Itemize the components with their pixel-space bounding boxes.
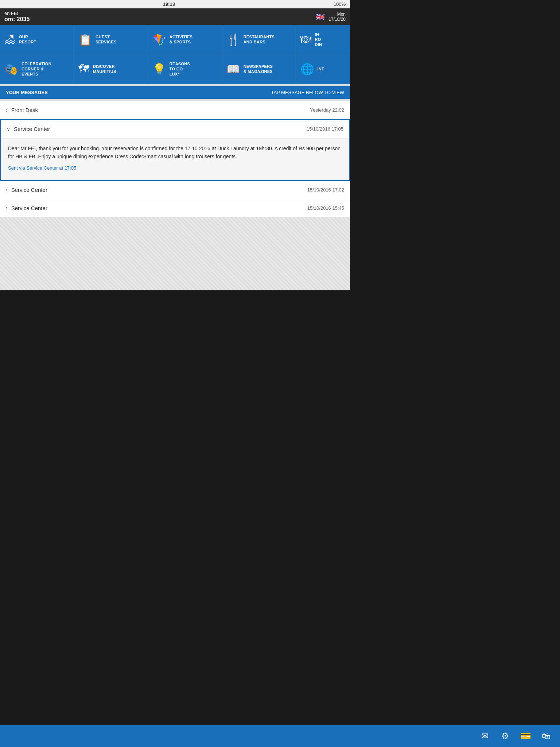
nav-restaurants-label: RESTAURANTSAND BARS [244, 34, 275, 45]
status-time: 19:13 [163, 1, 175, 7]
restaurants-icon: 🍴 [226, 33, 240, 46]
nav-row-2: 🎭 CELEBRATIONCORNER &EVENTS 🗺 DISCOVERMA… [0, 54, 350, 84]
messages-list: › Front Desk Yesterday 22:02 ∨ Service C… [0, 101, 350, 217]
reasons-icon: 💡 [152, 63, 166, 76]
nav-dining-label: IN-RODIN [315, 32, 322, 47]
discover-icon: 🗺 [78, 63, 89, 75]
nav-celebration[interactable]: 🎭 CELEBRATIONCORNER &EVENTS [0, 54, 74, 84]
nav-restaurants[interactable]: 🍴 RESTAURANTSAND BARS [222, 25, 296, 54]
room-number: om: 2035 [4, 16, 30, 23]
message-sender-service-center: Service Center [14, 126, 50, 132]
resort-icon: 🏖 [4, 33, 15, 46]
nav-celebration-label: CELEBRATIONCORNER &EVENTS [22, 61, 51, 77]
message-arrow-front-desk: › [6, 107, 8, 113]
nav-guest-services[interactable]: 📋 GUESTSERVICES [74, 25, 148, 54]
message-row-service-center-2[interactable]: › Service Center 15/10/2016 17:02 [0, 181, 350, 199]
nav-activities[interactable]: 🪁 ACTIVITIES& SPORTS [148, 25, 222, 54]
message-time-service-center-3: 15/10/2016 15:45 [307, 205, 344, 211]
header-date: 17/10/20 [328, 17, 346, 22]
nav-internet-label: INT [318, 66, 324, 71]
guest-name: en FEI [4, 11, 30, 16]
message-row-service-center-3[interactable]: › Service Center 15/10/2016 15:45 [0, 199, 350, 217]
guest-services-icon: 📋 [78, 33, 92, 46]
header-bar: en FEI om: 2035 🇬🇧 Mon 17/10/20 [0, 8, 350, 25]
empty-content-area [0, 217, 350, 290]
celebration-icon: 🎭 [4, 63, 18, 76]
message-service-center-3-left: › Service Center [6, 205, 47, 211]
nav-newspapers[interactable]: 📖 NEWSPAPERS& MAGAZINES [222, 54, 296, 84]
status-bar: 19:13 100% [0, 0, 350, 8]
battery-label: 100% [334, 1, 346, 7]
message-row-front-desk[interactable]: › Front Desk Yesterday 22:02 [0, 101, 350, 119]
messages-hint: Tap message below to view [271, 90, 344, 95]
messages-header: YOUR MESSAGES Tap message below to view [0, 86, 350, 99]
activities-icon: 🪁 [152, 33, 166, 46]
message-sender-service-center-2: Service Center [11, 187, 47, 193]
header-guest-info: en FEI om: 2035 [4, 11, 30, 23]
header-right-section: 🇬🇧 Mon 17/10/20 [315, 12, 346, 22]
dining-icon: 🍽 [300, 33, 311, 46]
message-time-service-center-2: 15/10/2016 17:02 [307, 187, 344, 193]
message-arrow-service-center-2: › [6, 187, 8, 193]
nav-internet[interactable]: 🌐 INT [296, 54, 350, 84]
nav-guest-services-label: GUESTSERVICES [96, 34, 117, 45]
header-day: Mon [337, 12, 346, 17]
nav-discover-label: DISCOVERMAURITIUS [93, 64, 116, 74]
message-time-service-center: 15/10/2016 17:05 [307, 126, 343, 132]
nav-row-1: 🏖 OURRESORT 📋 GUESTSERVICES 🪁 ACTIVITIES… [0, 25, 350, 54]
status-right: 100% [334, 1, 346, 7]
internet-icon: 🌐 [300, 63, 314, 76]
message-sent-by: Sent via Service Center at 17:05 [8, 165, 342, 172]
newspapers-icon: 📖 [226, 63, 240, 76]
flag-icon: 🇬🇧 [315, 13, 326, 20]
navigation-grid: 🏖 OURRESORT 📋 GUESTSERVICES 🪁 ACTIVITIES… [0, 25, 350, 84]
message-expanded-service-center: ∨ Service Center 15/10/2016 17:05 Dear M… [0, 119, 350, 181]
message-service-center-left: ∨ Service Center [7, 126, 50, 132]
message-arrow-service-center: ∨ [7, 126, 10, 132]
nav-our-resort-label: OURRESORT [19, 34, 36, 45]
message-arrow-service-center-3: › [6, 205, 8, 211]
nav-our-resort[interactable]: 🏖 OURRESORT [0, 25, 74, 54]
message-sender-front-desk: Front Desk [11, 107, 38, 113]
messages-title: YOUR MESSAGES [6, 90, 48, 95]
message-front-desk-left: › Front Desk [6, 107, 38, 113]
nav-reasons[interactable]: 💡 REASONSTO GOLUX* [148, 54, 222, 84]
message-row-service-center-expanded[interactable]: ∨ Service Center 15/10/2016 17:05 [1, 120, 349, 138]
message-time-front-desk: Yesterday 22:02 [310, 107, 344, 113]
message-body-service-center: Dear Mr FEI, thank you for your booking.… [1, 138, 349, 180]
message-body-text: Dear Mr FEI, thank you for your booking.… [8, 144, 342, 161]
nav-in-room-dining[interactable]: 🍽 IN-RODIN [296, 25, 350, 54]
nav-activities-label: ACTIVITIES& SPORTS [170, 34, 193, 45]
nav-reasons-label: REASONSTO GOLUX* [170, 61, 190, 77]
message-service-center-2-left: › Service Center [6, 187, 47, 193]
message-sender-service-center-3: Service Center [11, 205, 47, 211]
nav-discover[interactable]: 🗺 DISCOVERMAURITIUS [74, 54, 148, 84]
nav-newspapers-label: NEWSPAPERS& MAGAZINES [244, 64, 273, 74]
